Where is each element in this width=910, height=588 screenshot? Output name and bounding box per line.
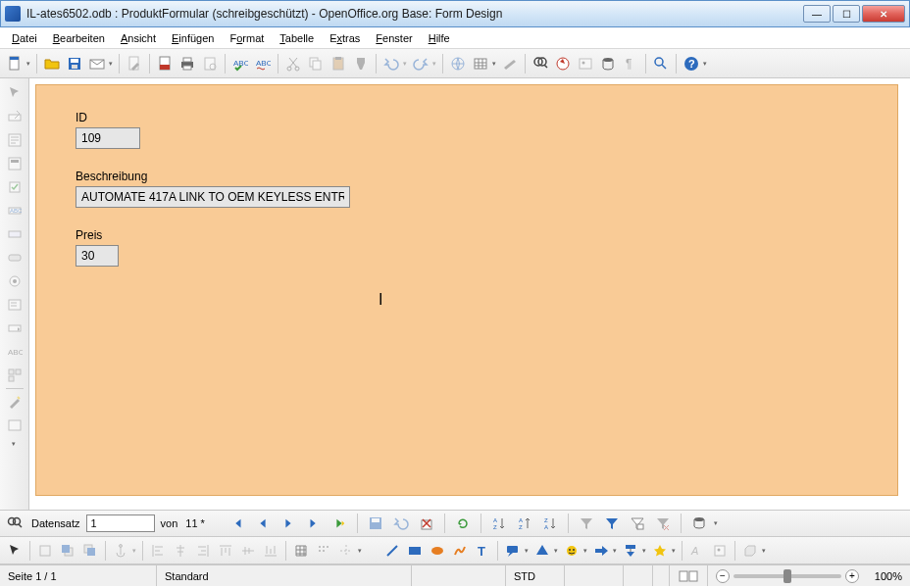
gallery-button[interactable] bbox=[575, 53, 596, 74]
change-anchor-button[interactable] bbox=[110, 540, 131, 562]
menu-insert[interactable]: Einfügen bbox=[164, 30, 222, 46]
menu-window[interactable]: Fenster bbox=[368, 30, 420, 46]
data-to-table-button[interactable] bbox=[688, 513, 710, 534]
paste-button[interactable] bbox=[328, 53, 349, 74]
email-button[interactable] bbox=[86, 53, 108, 74]
maximize-button[interactable]: ☐ bbox=[833, 5, 860, 23]
combobox-control[interactable] bbox=[4, 318, 25, 339]
align-center-v-button[interactable] bbox=[237, 540, 259, 562]
control-properties-button[interactable] bbox=[4, 129, 25, 151]
recordbar-options[interactable]: ▾ bbox=[712, 519, 720, 527]
line-tool[interactable] bbox=[381, 540, 403, 562]
open-button[interactable] bbox=[41, 53, 63, 74]
option-button-control[interactable] bbox=[4, 270, 25, 292]
from-file-button[interactable] bbox=[709, 540, 731, 562]
label-control[interactable]: ABC bbox=[4, 341, 25, 363]
menu-file[interactable]: Datei bbox=[4, 30, 45, 46]
navigator-button[interactable] bbox=[552, 53, 574, 74]
checkbox-control[interactable] bbox=[4, 176, 25, 198]
sort-button[interactable]: AZ bbox=[488, 513, 510, 534]
nonprinting-button[interactable]: ¶ bbox=[620, 53, 641, 74]
export-pdf-button[interactable] bbox=[154, 53, 176, 74]
text-tool[interactable]: T bbox=[472, 540, 493, 562]
table-dropdown[interactable]: ▾ bbox=[490, 60, 498, 68]
hyperlink-button[interactable] bbox=[447, 53, 469, 74]
zoom-slider-track[interactable] bbox=[733, 574, 841, 578]
zoom-in-button[interactable]: + bbox=[845, 569, 859, 583]
block-arrows-tool[interactable] bbox=[590, 540, 612, 562]
apply-filter-button[interactable] bbox=[601, 513, 623, 534]
status-lang[interactable] bbox=[412, 565, 506, 586]
zoom-slider-thumb[interactable] bbox=[784, 569, 791, 583]
new-document-button[interactable] bbox=[4, 53, 25, 74]
autofilter-button[interactable] bbox=[576, 513, 597, 534]
display-grid-button[interactable] bbox=[290, 540, 312, 562]
design-mode-toggle[interactable] bbox=[4, 106, 25, 127]
menu-table[interactable]: Tabelle bbox=[272, 30, 322, 46]
undo-record-button[interactable] bbox=[390, 513, 412, 534]
menu-extras[interactable]: Extras bbox=[322, 30, 368, 46]
sort-asc-button[interactable]: AZ bbox=[514, 513, 535, 534]
stars-tool[interactable] bbox=[649, 540, 671, 562]
flowchart-dropdown[interactable]: ▾ bbox=[640, 547, 648, 555]
print-preview-button[interactable] bbox=[199, 53, 221, 74]
symbol-shapes-dropdown[interactable]: ▾ bbox=[581, 547, 589, 555]
undo-dropdown[interactable]: ▾ bbox=[401, 60, 409, 68]
view-layout-button[interactable] bbox=[669, 565, 708, 586]
previous-record-button[interactable] bbox=[252, 513, 274, 534]
next-record-button[interactable] bbox=[278, 513, 299, 534]
minimize-button[interactable]: — bbox=[803, 5, 831, 23]
redo-button[interactable] bbox=[410, 53, 431, 74]
send-back-button[interactable] bbox=[79, 540, 101, 562]
symbol-shapes-tool[interactable] bbox=[561, 540, 582, 562]
select-tool[interactable] bbox=[4, 82, 25, 104]
more-controls-button[interactable] bbox=[4, 365, 25, 386]
status-insert-mode[interactable]: STD bbox=[506, 565, 565, 586]
menu-view[interactable]: Ansicht bbox=[113, 30, 164, 46]
help-button[interactable]: ? bbox=[681, 53, 702, 74]
fontwork-button[interactable]: A bbox=[686, 540, 708, 562]
align-left-button[interactable] bbox=[147, 540, 169, 562]
id-field[interactable] bbox=[76, 127, 140, 149]
wizards-toggle[interactable] bbox=[4, 391, 25, 413]
basic-shapes-dropdown[interactable]: ▾ bbox=[552, 547, 560, 555]
refresh-button[interactable] bbox=[452, 513, 474, 534]
show-draw-button[interactable] bbox=[499, 53, 521, 74]
edit-file-button[interactable] bbox=[124, 53, 145, 74]
bring-front-button[interactable] bbox=[57, 540, 78, 562]
side-toolbar-options[interactable]: ▾ bbox=[10, 438, 18, 450]
table-button[interactable] bbox=[470, 53, 491, 74]
menu-edit[interactable]: Bearbeiten bbox=[45, 30, 113, 46]
format-paintbrush-button[interactable] bbox=[350, 53, 372, 74]
preis-field[interactable] bbox=[76, 245, 119, 267]
zoom-percent[interactable]: 100% bbox=[863, 570, 902, 582]
freeform-tool[interactable] bbox=[449, 540, 471, 562]
copy-button[interactable] bbox=[305, 53, 327, 74]
listbox-control[interactable] bbox=[4, 294, 25, 316]
email-dropdown[interactable]: ▾ bbox=[107, 60, 115, 68]
rectangle-tool[interactable] bbox=[404, 540, 426, 562]
position-size-button[interactable] bbox=[34, 540, 56, 562]
spellcheck-button[interactable]: ABC bbox=[229, 53, 251, 74]
anchor-dropdown[interactable]: ▾ bbox=[130, 547, 138, 555]
cut-button[interactable] bbox=[282, 53, 304, 74]
beschreibung-field[interactable] bbox=[76, 186, 350, 208]
redo-dropdown[interactable]: ▾ bbox=[430, 60, 438, 68]
form-canvas[interactable]: ID Beschreibung Preis I bbox=[29, 78, 910, 510]
basic-shapes-tool[interactable] bbox=[531, 540, 553, 562]
designbar-options-2[interactable]: ▾ bbox=[760, 547, 768, 555]
guides-button[interactable] bbox=[335, 540, 357, 562]
save-record-button[interactable] bbox=[365, 513, 386, 534]
status-style[interactable]: Standard bbox=[157, 565, 412, 586]
form-design-button[interactable] bbox=[4, 415, 25, 436]
save-button[interactable] bbox=[64, 53, 85, 74]
zoom-button[interactable] bbox=[650, 53, 672, 74]
record-number-input[interactable] bbox=[86, 514, 155, 532]
formatted-field-control[interactable] bbox=[4, 223, 25, 245]
align-center-h-button[interactable] bbox=[170, 540, 191, 562]
toolbar-options-dropdown[interactable]: ▾ bbox=[701, 60, 709, 68]
block-arrows-dropdown[interactable]: ▾ bbox=[611, 547, 619, 555]
find-button[interactable] bbox=[530, 53, 551, 74]
callouts-dropdown[interactable]: ▾ bbox=[523, 547, 531, 555]
form-properties-button[interactable] bbox=[4, 153, 25, 174]
